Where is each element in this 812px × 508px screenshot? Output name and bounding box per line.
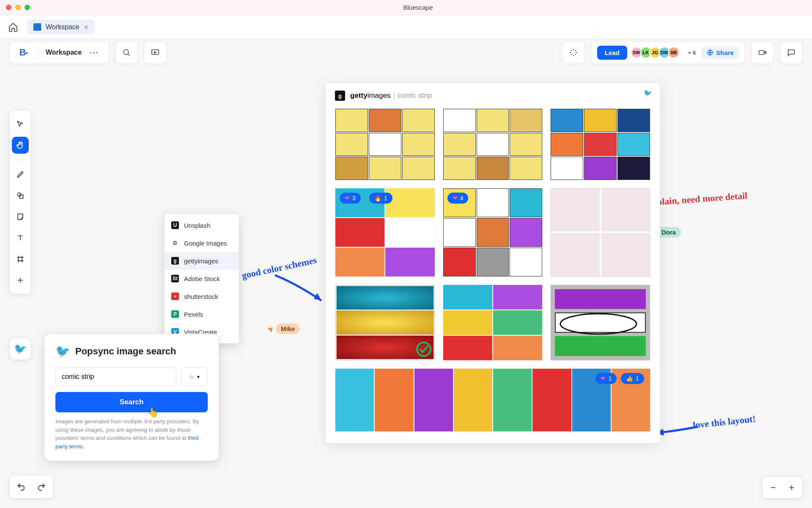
svg-point-6 xyxy=(417,342,431,356)
svg-rect-3 xyxy=(759,50,764,54)
provider-icon: P xyxy=(171,310,179,318)
close-tab-icon[interactable]: ✕ xyxy=(84,24,89,30)
window-controls xyxy=(6,5,30,10)
provider-option[interactable]: UUnsplash xyxy=(165,216,239,234)
provider-icon: G xyxy=(171,239,179,247)
tool-rail xyxy=(9,110,31,294)
search-button[interactable]: Search xyxy=(55,392,208,412)
favorites-dropdown[interactable]: ☆ ▾ xyxy=(181,367,208,386)
redo-button[interactable] xyxy=(33,479,49,495)
workspace-tab-label: Workspace xyxy=(46,23,80,31)
arrow-icon xyxy=(271,271,334,313)
provider-icon: U xyxy=(171,221,179,229)
zoom-controls: − + xyxy=(762,477,803,499)
chevron-down-icon: ▾ xyxy=(197,374,200,380)
maximize-icon[interactable] xyxy=(25,5,30,10)
search-button[interactable] xyxy=(115,41,138,64)
reaction-badge[interactable]: 👍1 xyxy=(621,373,644,384)
avatar-stack[interactable]: SWLKJGDWSB xyxy=(633,47,680,58)
pan-tool[interactable] xyxy=(12,137,29,154)
undo-redo-group xyxy=(9,475,53,499)
comment-button[interactable] xyxy=(780,41,803,64)
result-thumbnail[interactable]: ❤3 🔥1 xyxy=(335,188,435,277)
avatar[interactable]: SB xyxy=(668,47,680,58)
popsync-search-panel: 🐦 Popsync image search ☆ ▾ Search Images… xyxy=(44,334,219,461)
add-tool[interactable] xyxy=(12,272,29,289)
zoom-in-button[interactable]: + xyxy=(784,480,800,496)
draw-tool[interactable] xyxy=(12,166,29,183)
results-grid: ❤3 🔥1 ❤4 ❤1 👍1 xyxy=(335,108,650,432)
workspace-name[interactable]: Workspace xyxy=(38,49,89,56)
shape-tool[interactable] xyxy=(12,187,29,204)
tabbar: 🟦 Workspace ✕ xyxy=(0,15,812,39)
present-button[interactable] xyxy=(144,41,167,64)
provider-icon: St xyxy=(171,275,179,282)
provider-label: Adobe Stock xyxy=(184,275,220,282)
result-thumbnail[interactable] xyxy=(550,284,650,361)
provider-icon: g xyxy=(171,257,179,265)
text-tool[interactable] xyxy=(12,229,29,246)
legal-text: Images are generated from multiple 3rd p… xyxy=(55,417,208,450)
mouse-cursor-icon: 👆 xyxy=(147,407,159,418)
reaction-badge[interactable]: ❤1 xyxy=(595,373,617,384)
video-button[interactable] xyxy=(751,41,774,64)
provider-label: shutterstock xyxy=(184,293,218,300)
star-icon: ☆ xyxy=(189,373,195,381)
provider-label: Google Images xyxy=(184,240,227,247)
result-thumbnail[interactable] xyxy=(550,188,650,277)
circle-annotation-icon xyxy=(558,312,639,336)
popsync-icon: 🐦 xyxy=(55,344,70,358)
provider-icon: • xyxy=(171,293,179,300)
svg-rect-5 xyxy=(19,195,23,198)
provider-option[interactable]: GGoogle Images xyxy=(165,234,239,252)
results-source-label: gettyimages|comic strip xyxy=(350,91,432,100)
provider-option[interactable]: StAdobe Stock xyxy=(165,270,239,287)
search-input[interactable] xyxy=(55,367,176,386)
share-button[interactable]: Share xyxy=(702,47,739,59)
close-icon[interactable] xyxy=(6,5,11,10)
result-thumbnail[interactable] xyxy=(443,284,543,361)
provider-dropdown[interactable]: UUnsplashGGoogle ImagesggettyimagesStAdo… xyxy=(164,213,239,344)
more-collaborators-count[interactable]: + 6 xyxy=(688,50,696,56)
popsync-title: 🐦 Popsync image search xyxy=(55,344,208,358)
workspace-tab[interactable]: 🟦 Workspace ✕ xyxy=(27,19,95,34)
lead-button[interactable]: Lead xyxy=(597,46,627,60)
home-button[interactable] xyxy=(7,21,19,33)
select-tool[interactable] xyxy=(12,116,29,133)
undo-button[interactable] xyxy=(13,479,29,495)
result-thumbnail[interactable]: ❤1 👍1 xyxy=(335,368,650,432)
share-label: Share xyxy=(716,49,734,56)
provider-option[interactable]: ggettyimages xyxy=(165,252,239,270)
svg-point-7 xyxy=(560,314,636,334)
frame-tool[interactable] xyxy=(12,251,29,268)
result-thumbnail[interactable] xyxy=(335,284,435,361)
note-tool[interactable] xyxy=(12,208,29,225)
result-thumbnail[interactable] xyxy=(443,108,543,180)
result-thumbnail[interactable] xyxy=(335,108,435,180)
popsync-tool[interactable]: 🐦 xyxy=(9,338,31,360)
results-header: g gettyimages|comic strip xyxy=(335,91,650,101)
result-thumbnail[interactable]: ❤4 xyxy=(443,188,543,277)
collaborator-cursor-mike: Mike xyxy=(269,323,300,334)
zoom-out-button[interactable]: − xyxy=(765,480,781,496)
popsync-badge-icon: 🐦 xyxy=(644,89,652,97)
effects-button[interactable] xyxy=(562,41,585,64)
reaction-badge[interactable]: ❤3 xyxy=(340,193,361,204)
reaction-badge[interactable]: ❤4 xyxy=(447,193,469,204)
workspace-tab-icon: 🟦 xyxy=(33,23,41,31)
result-thumbnail[interactable] xyxy=(550,108,650,180)
reaction-badge[interactable]: 🔥1 xyxy=(369,193,392,204)
provider-option[interactable]: •shutterstock xyxy=(165,287,239,305)
app-toolbar: B▸ Workspace ⋯ Lead SWLKJGDWSB + 6 Share xyxy=(0,39,812,66)
provider-option[interactable]: PPexels xyxy=(165,305,239,323)
workspace-menu-button[interactable]: ⋯ xyxy=(89,47,109,58)
collaborators-strip: Lead SWLKJGDWSB + 6 Share xyxy=(591,41,745,64)
popsync-icon: 🐦 xyxy=(14,343,27,355)
minimize-icon[interactable] xyxy=(15,5,21,10)
provider-label: gettyimages xyxy=(184,257,218,265)
provider-label: Pexels xyxy=(184,311,203,318)
getty-badge-icon: g xyxy=(335,91,345,101)
app-logo[interactable]: B▸ xyxy=(10,47,38,58)
checkmark-icon xyxy=(416,342,431,357)
image-results-card[interactable]: g gettyimages|comic strip 🐦 ❤3 🔥1 ❤4 xyxy=(326,83,660,443)
